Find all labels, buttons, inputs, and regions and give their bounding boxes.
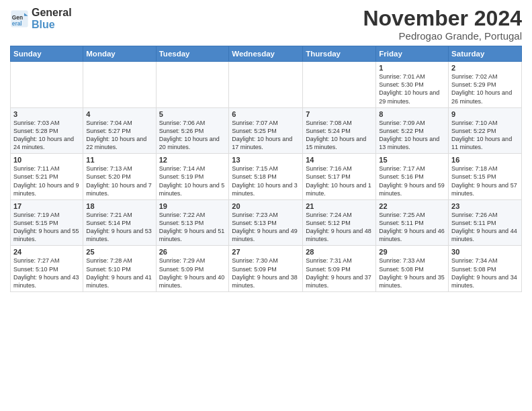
day-number: 20: [232, 202, 300, 210]
day-number: 28: [306, 248, 373, 256]
day-cell: 25Sunrise: 7:28 AM Sunset: 5:10 PM Dayli…: [83, 246, 156, 292]
day-number: 15: [379, 156, 445, 164]
day-cell: 16Sunrise: 7:18 AM Sunset: 5:15 PM Dayli…: [449, 154, 522, 200]
day-number: 12: [159, 156, 226, 164]
week-row-5: 24Sunrise: 7:27 AM Sunset: 5:10 PM Dayli…: [11, 246, 522, 292]
day-info: Sunrise: 7:06 AM Sunset: 5:26 PM Dayligh…: [159, 119, 226, 152]
day-info: Sunrise: 7:28 AM Sunset: 5:10 PM Dayligh…: [86, 257, 152, 289]
day-cell: 1Sunrise: 7:01 AM Sunset: 5:30 PM Daylig…: [376, 62, 449, 108]
day-number: 8: [379, 110, 445, 118]
day-info: Sunrise: 7:07 AM Sunset: 5:25 PM Dayligh…: [232, 119, 300, 152]
svg-text:eral: eral: [12, 19, 22, 26]
day-number: 24: [13, 248, 80, 256]
day-number: 18: [86, 202, 152, 210]
day-number: 3: [13, 110, 80, 118]
day-number: 26: [159, 248, 226, 256]
day-info: Sunrise: 7:25 AM Sunset: 5:11 PM Dayligh…: [379, 211, 445, 244]
day-info: Sunrise: 7:08 AM Sunset: 5:24 PM Dayligh…: [306, 119, 373, 152]
day-cell: 26Sunrise: 7:29 AM Sunset: 5:09 PM Dayli…: [156, 246, 229, 292]
week-row-1: 1Sunrise: 7:01 AM Sunset: 5:30 PM Daylig…: [11, 62, 522, 108]
day-number: 6: [232, 110, 300, 118]
day-number: 11: [86, 156, 152, 164]
day-number: 21: [306, 202, 373, 210]
day-info: Sunrise: 7:15 AM Sunset: 5:18 PM Dayligh…: [232, 165, 300, 197]
day-cell: 13Sunrise: 7:15 AM Sunset: 5:18 PM Dayli…: [229, 154, 303, 200]
day-info: Sunrise: 7:29 AM Sunset: 5:09 PM Dayligh…: [159, 257, 226, 289]
col-header-tuesday: Tuesday: [156, 46, 229, 62]
day-cell: [303, 62, 376, 108]
day-info: Sunrise: 7:27 AM Sunset: 5:10 PM Dayligh…: [13, 257, 80, 289]
logo-icon: Gen eral: [10, 9, 29, 28]
day-cell: 23Sunrise: 7:26 AM Sunset: 5:11 PM Dayli…: [449, 199, 522, 246]
day-number: 5: [159, 110, 226, 118]
day-info: Sunrise: 7:01 AM Sunset: 5:30 PM Dayligh…: [379, 73, 445, 105]
day-cell: 15Sunrise: 7:17 AM Sunset: 5:16 PM Dayli…: [376, 154, 449, 200]
day-cell: 28Sunrise: 7:31 AM Sunset: 5:09 PM Dayli…: [303, 246, 376, 292]
col-header-monday: Monday: [83, 46, 156, 62]
col-header-sunday: Sunday: [11, 46, 83, 62]
title-block: November 2024 Pedrogao Grande, Portugal: [363, 7, 522, 42]
day-info: Sunrise: 7:24 AM Sunset: 5:12 PM Dayligh…: [306, 211, 373, 244]
calendar-table: SundayMondayTuesdayWednesdayThursdayFrid…: [10, 46, 522, 292]
day-info: Sunrise: 7:11 AM Sunset: 5:21 PM Dayligh…: [13, 165, 80, 197]
week-row-2: 3Sunrise: 7:03 AM Sunset: 5:28 PM Daylig…: [11, 107, 522, 154]
header-row: SundayMondayTuesdayWednesdayThursdayFrid…: [11, 46, 522, 62]
day-number: 2: [451, 64, 519, 72]
day-cell: 5Sunrise: 7:06 AM Sunset: 5:26 PM Daylig…: [156, 107, 229, 154]
day-info: Sunrise: 7:02 AM Sunset: 5:29 PM Dayligh…: [451, 73, 519, 105]
day-info: Sunrise: 7:30 AM Sunset: 5:09 PM Dayligh…: [232, 257, 300, 289]
day-cell: 29Sunrise: 7:33 AM Sunset: 5:08 PM Dayli…: [376, 246, 449, 292]
day-number: 25: [86, 248, 152, 256]
day-number: 4: [86, 110, 152, 118]
day-info: Sunrise: 7:23 AM Sunset: 5:13 PM Dayligh…: [232, 211, 300, 244]
day-number: 9: [451, 110, 519, 118]
logo: Gen eral General Blue: [10, 7, 72, 30]
day-cell: 9Sunrise: 7:10 AM Sunset: 5:22 PM Daylig…: [449, 107, 522, 154]
day-cell: 8Sunrise: 7:09 AM Sunset: 5:22 PM Daylig…: [376, 107, 449, 154]
day-info: Sunrise: 7:14 AM Sunset: 5:19 PM Dayligh…: [159, 165, 226, 197]
day-number: 16: [451, 156, 519, 164]
day-cell: 2Sunrise: 7:02 AM Sunset: 5:29 PM Daylig…: [449, 62, 522, 108]
day-number: 22: [379, 202, 445, 210]
day-cell: 20Sunrise: 7:23 AM Sunset: 5:13 PM Dayli…: [229, 199, 303, 246]
day-cell: [83, 62, 156, 108]
day-number: 19: [159, 202, 226, 210]
day-number: 10: [13, 156, 80, 164]
day-info: Sunrise: 7:03 AM Sunset: 5:28 PM Dayligh…: [13, 119, 80, 152]
day-info: Sunrise: 7:19 AM Sunset: 5:15 PM Dayligh…: [13, 211, 80, 244]
col-header-friday: Friday: [376, 46, 449, 62]
day-cell: 27Sunrise: 7:30 AM Sunset: 5:09 PM Dayli…: [229, 246, 303, 292]
day-cell: [156, 62, 229, 108]
day-number: 13: [232, 156, 300, 164]
day-cell: 19Sunrise: 7:22 AM Sunset: 5:13 PM Dayli…: [156, 199, 229, 246]
day-cell: 6Sunrise: 7:07 AM Sunset: 5:25 PM Daylig…: [229, 107, 303, 154]
logo-text-blue: Blue: [32, 19, 72, 31]
day-info: Sunrise: 7:22 AM Sunset: 5:13 PM Dayligh…: [159, 211, 226, 244]
day-number: 14: [306, 156, 373, 164]
location-title: Pedrogao Grande, Portugal: [363, 30, 522, 42]
day-number: 1: [379, 64, 445, 72]
day-cell: 14Sunrise: 7:16 AM Sunset: 5:17 PM Dayli…: [303, 154, 376, 200]
day-info: Sunrise: 7:21 AM Sunset: 5:14 PM Dayligh…: [86, 211, 152, 244]
header: Gen eral General Blue November 2024 Pedr…: [10, 7, 522, 42]
day-cell: 18Sunrise: 7:21 AM Sunset: 5:14 PM Dayli…: [83, 199, 156, 246]
day-info: Sunrise: 7:26 AM Sunset: 5:11 PM Dayligh…: [451, 211, 519, 244]
day-info: Sunrise: 7:31 AM Sunset: 5:09 PM Dayligh…: [306, 257, 373, 289]
day-number: 17: [13, 202, 80, 210]
day-cell: 7Sunrise: 7:08 AM Sunset: 5:24 PM Daylig…: [303, 107, 376, 154]
day-cell: 11Sunrise: 7:13 AM Sunset: 5:20 PM Dayli…: [83, 154, 156, 200]
day-number: 29: [379, 248, 445, 256]
day-cell: 30Sunrise: 7:34 AM Sunset: 5:08 PM Dayli…: [449, 246, 522, 292]
logo-text-general: General: [32, 7, 72, 19]
day-number: 7: [306, 110, 373, 118]
day-cell: 12Sunrise: 7:14 AM Sunset: 5:19 PM Dayli…: [156, 154, 229, 200]
day-cell: [229, 62, 303, 108]
col-header-wednesday: Wednesday: [229, 46, 303, 62]
day-info: Sunrise: 7:13 AM Sunset: 5:20 PM Dayligh…: [86, 165, 152, 197]
day-cell: 24Sunrise: 7:27 AM Sunset: 5:10 PM Dayli…: [11, 246, 83, 292]
day-cell: 10Sunrise: 7:11 AM Sunset: 5:21 PM Dayli…: [11, 154, 83, 200]
day-info: Sunrise: 7:33 AM Sunset: 5:08 PM Dayligh…: [379, 257, 445, 289]
day-info: Sunrise: 7:16 AM Sunset: 5:17 PM Dayligh…: [306, 165, 373, 197]
day-cell: 3Sunrise: 7:03 AM Sunset: 5:28 PM Daylig…: [11, 107, 83, 154]
day-cell: 22Sunrise: 7:25 AM Sunset: 5:11 PM Dayli…: [376, 199, 449, 246]
